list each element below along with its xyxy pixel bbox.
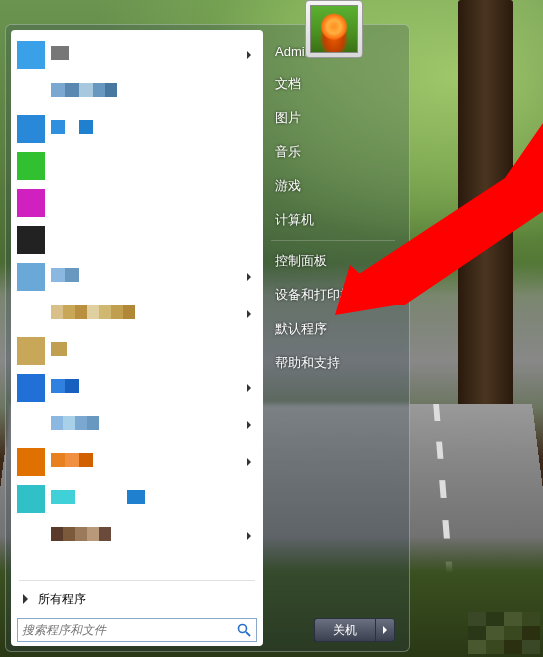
program-item[interactable] (13, 443, 261, 480)
program-item[interactable] (13, 258, 261, 295)
submenu-arrow-icon (247, 51, 251, 59)
submenu-arrow-icon (247, 384, 251, 392)
program-label-censored (51, 379, 247, 397)
user-picture-frame[interactable] (305, 0, 363, 58)
search-box[interactable] (17, 618, 257, 642)
shutdown-split-button[interactable]: 关机 (314, 618, 395, 642)
submenu-arrow-icon (247, 421, 251, 429)
program-icon (17, 115, 45, 143)
program-icon (17, 263, 45, 291)
right-panel-item[interactable]: 控制面板 (263, 244, 403, 278)
submenu-arrow-icon (247, 458, 251, 466)
program-label-censored (51, 157, 257, 175)
all-programs-label: 所有程序 (38, 591, 86, 608)
shutdown-button[interactable]: 关机 (314, 618, 375, 642)
right-panel-item[interactable]: 图片 (263, 101, 403, 135)
program-icon (17, 152, 45, 180)
program-label-censored (51, 490, 257, 508)
magnifier-icon (236, 622, 252, 638)
start-menu-left-panel: 所有程序 (11, 30, 263, 646)
right-panel-item[interactable]: 音乐 (263, 135, 403, 169)
program-label-censored (51, 342, 257, 360)
program-icon (17, 374, 45, 402)
program-label-censored (51, 46, 247, 64)
submenu-arrow-icon (247, 532, 251, 540)
program-label-censored (51, 268, 247, 286)
user-avatar-flower-icon (310, 5, 358, 53)
program-icon (17, 448, 45, 476)
start-menu-right-panel: Administrator文档图片音乐游戏计算机控制面板设备和打印机默认程序帮助… (263, 30, 403, 646)
submenu-arrow-icon (247, 310, 251, 318)
shutdown-label: 关机 (333, 622, 357, 639)
program-item[interactable] (13, 332, 261, 369)
submenu-arrow-icon (247, 273, 251, 281)
program-label-censored (51, 305, 247, 323)
triangle-right-icon (23, 594, 28, 604)
program-label-censored (51, 231, 257, 249)
separator (19, 580, 255, 581)
program-item[interactable] (13, 295, 261, 332)
program-icon (17, 485, 45, 513)
triangle-right-icon (383, 626, 387, 634)
program-item[interactable] (13, 369, 261, 406)
right-panel-item[interactable]: 默认程序 (263, 312, 403, 346)
program-icon (17, 337, 45, 365)
right-panel-item[interactable]: 设备和打印机 (263, 278, 403, 312)
right-panel-item[interactable]: 计算机 (263, 203, 403, 237)
svg-point-0 (239, 625, 247, 633)
program-item[interactable] (13, 406, 261, 443)
program-item[interactable] (13, 221, 261, 258)
start-menu: 所有程序 Administrator文档图片音乐游戏计算机控制面板设备和打印机默… (5, 24, 410, 652)
program-label-censored (51, 527, 247, 545)
separator (271, 240, 395, 241)
program-item[interactable] (13, 184, 261, 221)
all-programs-button[interactable]: 所有程序 (13, 584, 261, 614)
program-item[interactable] (13, 36, 261, 73)
program-label-censored (51, 453, 247, 471)
program-item[interactable] (13, 73, 261, 110)
search-input[interactable] (22, 623, 236, 637)
right-panel-item[interactable]: 帮助和支持 (263, 346, 403, 380)
program-item[interactable] (13, 110, 261, 147)
program-icon (17, 226, 45, 254)
program-label-censored (51, 416, 247, 434)
program-item[interactable] (13, 517, 261, 554)
program-label-censored (51, 120, 257, 138)
program-label-censored (51, 83, 257, 101)
program-item[interactable] (13, 480, 261, 517)
program-label-censored (51, 194, 257, 212)
pixelation-overlay (468, 612, 540, 654)
right-panel-item[interactable]: 文档 (263, 67, 403, 101)
svg-line-1 (246, 632, 250, 636)
shutdown-options-button[interactable] (375, 618, 395, 642)
program-item[interactable] (13, 147, 261, 184)
program-icon (17, 189, 45, 217)
program-icon (17, 41, 45, 69)
recent-programs-list (13, 36, 261, 577)
right-panel-item[interactable]: 游戏 (263, 169, 403, 203)
